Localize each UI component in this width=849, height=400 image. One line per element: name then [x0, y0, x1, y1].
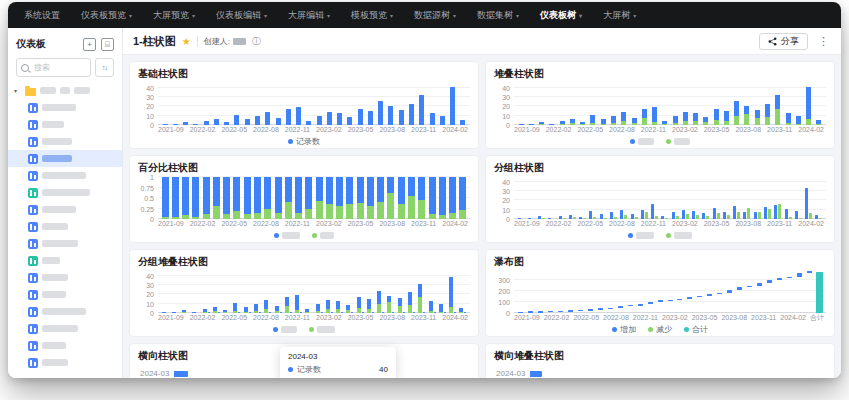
- tree-item[interactable]: [8, 218, 122, 235]
- tree-folder[interactable]: ▾: [8, 82, 122, 99]
- chart-card-horizontal-stacked-bar[interactable]: 横向堆叠柱状图 2024-03: [485, 343, 835, 378]
- legend-item[interactable]: 记录数: [288, 136, 320, 147]
- redacted-text: [42, 138, 72, 145]
- redacted-text: [42, 104, 76, 111]
- sort-icon: ↑↓: [102, 64, 107, 71]
- legend-item[interactable]: 合计: [684, 324, 708, 335]
- dashboard-icon: [28, 171, 38, 181]
- chevron-down-icon: ▾: [390, 12, 393, 19]
- chart-card-stacked-bar[interactable]: 堆叠柱状图 0102030402021-092022-022022-052022…: [485, 61, 835, 149]
- legend-item[interactable]: [309, 326, 335, 333]
- legend-dot-icon: [274, 233, 279, 238]
- nav-item[interactable]: 系统设置: [24, 9, 60, 22]
- chart-card-waterfall[interactable]: 瀑布图 01002003002021-092022-022022-052022-…: [485, 249, 835, 337]
- chart-legend: [494, 137, 826, 145]
- nav-item[interactable]: 仪表板编辑▾: [216, 9, 267, 22]
- legend-item[interactable]: [273, 326, 297, 333]
- search-input[interactable]: [32, 62, 86, 73]
- redacted-text: [674, 232, 692, 239]
- legend-dot-icon: [666, 139, 671, 144]
- dashboard-icon: [28, 222, 38, 232]
- dashboard-icon: [28, 137, 38, 147]
- share-label: 分享: [781, 35, 799, 48]
- tree-item[interactable]: [8, 235, 122, 252]
- dashboard-icon: [28, 120, 38, 130]
- add-folder-icon[interactable]: ⌸: [101, 38, 114, 51]
- chart-card-percent-bar[interactable]: 百分比柱状图 00.250.50.7512021-092022-022022-0…: [129, 155, 479, 243]
- chevron-down-icon: ▾: [579, 12, 582, 19]
- chart-card-basic-bar[interactable]: 基础柱状图 0102030402021-092022-022022-052022…: [129, 61, 479, 149]
- legend-item[interactable]: [628, 232, 654, 239]
- tree-item[interactable]: [8, 354, 122, 371]
- x-axis: 2021-092022-022022-052022-082022-112023-…: [138, 125, 470, 134]
- chevron-down-icon: ▾: [264, 12, 267, 19]
- plot-area: [514, 177, 826, 219]
- chart-card-horizontal-bar[interactable]: 横向柱状图 2024-03 2024-03记录数40: [129, 343, 479, 378]
- redacted-text: [40, 87, 56, 94]
- favorite-star-icon[interactable]: ★: [182, 36, 191, 47]
- chart-legend: 记录数: [138, 137, 470, 145]
- bar: [530, 371, 542, 377]
- nav-item[interactable]: 大屏树▾: [603, 9, 636, 22]
- chart-legend: [138, 231, 470, 239]
- creator-name-redacted: [233, 38, 246, 45]
- share-button[interactable]: 分享: [759, 33, 808, 50]
- legend-item[interactable]: [630, 138, 654, 145]
- tree-item[interactable]: [8, 201, 122, 218]
- legend-dot-icon: [288, 139, 293, 144]
- nav-item[interactable]: 仪表板树▾: [540, 9, 582, 22]
- chart-tooltip: 2024-03记录数40: [280, 347, 396, 378]
- legend-item[interactable]: [666, 232, 692, 239]
- tree-item[interactable]: [8, 116, 122, 133]
- tree-item[interactable]: [8, 320, 122, 337]
- kebab-menu-icon[interactable]: ⋮: [818, 35, 829, 48]
- legend-item[interactable]: 减少: [648, 324, 672, 335]
- info-icon[interactable]: ⓘ: [252, 35, 261, 48]
- tree-item[interactable]: [8, 133, 122, 150]
- chart-card-grouped-bar[interactable]: 分组柱状图 0102030402021-092022-022022-052022…: [485, 155, 835, 243]
- nav-item[interactable]: 数据源树▾: [414, 9, 456, 22]
- tree-item[interactable]: [8, 337, 122, 354]
- nav-item[interactable]: 数据集树▾: [477, 9, 519, 22]
- chart-title: 堆叠柱状图: [494, 67, 826, 81]
- tree-item[interactable]: [8, 303, 122, 320]
- legend-item[interactable]: 增加: [612, 324, 636, 335]
- chart-stacked-bar: 0102030402021-092022-022022-052022-08202…: [494, 83, 826, 145]
- dashboard-grid: 基础柱状图 0102030402021-092022-022022-052022…: [123, 55, 841, 378]
- tree-item[interactable]: [8, 167, 122, 184]
- redacted-text: [42, 274, 68, 281]
- plot-area: [158, 271, 470, 313]
- dashboard-icon: [28, 188, 38, 198]
- folder-icon: [25, 88, 36, 96]
- chart-title: 百分比柱状图: [138, 161, 470, 175]
- redacted-text: [42, 155, 72, 162]
- search-box[interactable]: [16, 58, 91, 77]
- tree-item[interactable]: [8, 252, 122, 269]
- nav-item[interactable]: 大屏预览▾: [153, 9, 195, 22]
- top-nav: 系统设置仪表板预览▾大屏预览▾仪表板编辑▾大屏编辑▾模板预览▾数据源树▾数据集树…: [8, 2, 841, 28]
- dashboard-tree: ▾: [8, 80, 122, 378]
- tree-item[interactable]: [8, 150, 122, 167]
- y-axis: 010203040: [138, 271, 158, 313]
- tree-item[interactable]: [8, 184, 122, 201]
- legend-item[interactable]: [666, 138, 690, 145]
- add-dashboard-icon[interactable]: +: [83, 38, 96, 51]
- y-axis: 0100200300: [494, 271, 514, 313]
- nav-item[interactable]: 仪表板预览▾: [81, 9, 132, 22]
- nav-item[interactable]: 大屏编辑▾: [288, 9, 330, 22]
- tree-item[interactable]: [8, 99, 122, 116]
- nav-item[interactable]: 模板预览▾: [351, 9, 393, 22]
- redacted-text: [317, 326, 335, 333]
- chart-card-grouped-stacked-bar[interactable]: 分组堆叠柱状图 0102030402021-092022-022022-0520…: [129, 249, 479, 337]
- tree-item[interactable]: [8, 269, 122, 286]
- redacted-text: [281, 326, 297, 333]
- y-axis: 010203040: [138, 83, 158, 125]
- redacted-text: [320, 232, 334, 239]
- chevron-down-icon: ▾: [453, 12, 456, 19]
- legend-dot-icon: [684, 327, 689, 332]
- tree-item[interactable]: [8, 286, 122, 303]
- legend-item[interactable]: [312, 232, 334, 239]
- chart-title: 分组堆叠柱状图: [138, 255, 470, 269]
- legend-item[interactable]: [274, 232, 300, 239]
- sort-button[interactable]: ↑↓: [95, 58, 114, 77]
